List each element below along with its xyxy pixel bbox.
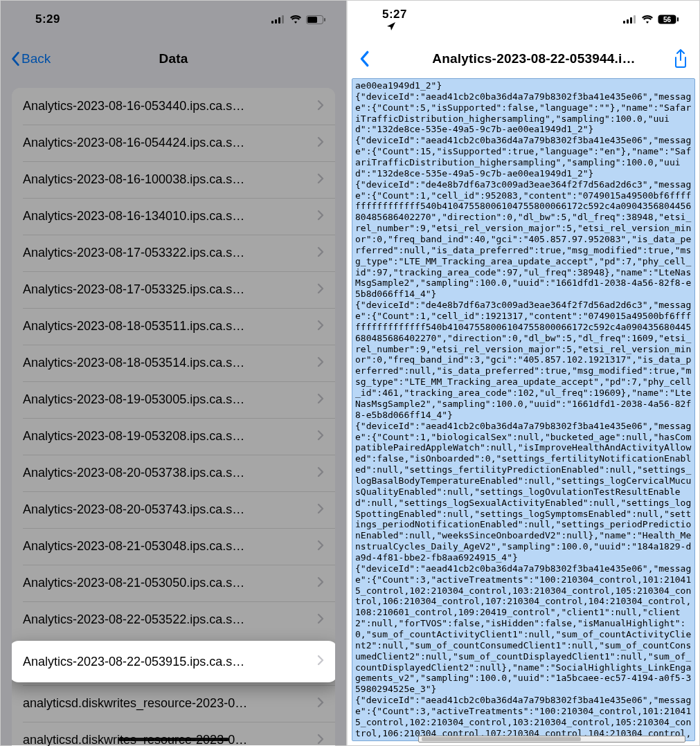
file-row-label: Analytics-2023-08-19-053208.ips.ca.s… <box>23 429 312 444</box>
svg-rect-8 <box>627 19 629 24</box>
nav-bar: Analytics-2023-08-22-053944.i… <box>348 38 699 80</box>
analytics-log-text[interactable]: ae00ea1949d1_2"} {"deviceId":"aead41cb2c… <box>352 78 695 741</box>
back-button[interactable]: Back <box>6 38 55 80</box>
status-time: 5:29 <box>35 12 60 26</box>
file-row-label: Analytics-2023-08-19-053005.ips.ca.s… <box>23 392 312 407</box>
file-row-label: Analytics-2023-08-16-053440.ips.ca.s… <box>23 99 312 113</box>
file-row-label: Analytics-2023-08-21-053050.ips.ca.s… <box>23 576 312 590</box>
right-screenshot: 5:27 56 Analytics-2023-08-22-053944.i… a <box>347 0 700 746</box>
file-row-label: Analytics-2023-08-18-053514.ips.ca.s… <box>23 356 312 370</box>
file-row-label: Analytics-2023-08-16-134010.ips.ca.s… <box>23 209 312 224</box>
cellular-signal-icon <box>271 15 285 24</box>
svg-rect-12 <box>677 17 679 21</box>
wifi-icon <box>641 15 654 24</box>
back-button[interactable] <box>355 38 374 80</box>
file-row[interactable]: Analytics-2023-08-16-100038.ips.ca.s… <box>12 161 335 198</box>
chevron-right-icon <box>317 100 324 113</box>
file-row[interactable]: Analytics-2023-08-16-053440.ips.ca.s… <box>12 88 335 125</box>
share-button[interactable] <box>673 38 688 80</box>
chevron-right-icon <box>317 173 324 187</box>
wifi-icon <box>289 15 302 24</box>
status-bar: 5:29 <box>1 1 346 38</box>
file-row[interactable]: Analytics-2023-08-16-134010.ips.ca.s… <box>12 198 335 235</box>
nav-bar: Back Data <box>1 38 346 80</box>
chevron-right-icon <box>317 393 324 407</box>
chevron-right-icon <box>317 576 324 590</box>
file-row[interactable]: Analytics-2023-08-21-053050.ips.ca.s… <box>12 565 335 601</box>
chevron-right-icon <box>317 246 324 260</box>
chevron-right-icon <box>317 503 324 517</box>
scrollbar-thumb[interactable] <box>422 737 582 741</box>
chevron-right-icon <box>317 734 324 747</box>
file-row[interactable]: Analytics-2023-08-18-053514.ips.ca.s… <box>12 345 335 381</box>
file-row[interactable]: Analytics-2023-08-18-053511.ips.ca.s… <box>12 308 335 345</box>
chevron-right-icon <box>317 540 324 554</box>
left-screenshot: 5:29 Back Data Analytics-2023-08-16-0534… <box>0 0 347 746</box>
file-row[interactable]: Analytics-2023-08-22-053522.ips.ca.s… <box>12 601 335 638</box>
file-row-label: Analytics-2023-08-20-053743.ips.ca.s… <box>23 502 312 517</box>
file-row-label: analyticsd.diskwrites_resource-2023-0… <box>23 696 312 711</box>
file-row[interactable]: Analytics-2023-08-22-053915.ips.ca.s… <box>12 641 335 682</box>
chevron-right-icon <box>317 697 324 711</box>
chevron-left-icon <box>359 51 370 67</box>
file-row-label: Analytics-2023-08-17-053322.ips.ca.s… <box>23 246 312 260</box>
chevron-right-icon <box>317 136 324 150</box>
file-row[interactable]: Analytics-2023-08-20-053743.ips.ca.s… <box>12 491 335 528</box>
chevron-right-icon <box>317 210 324 224</box>
cellular-signal-icon <box>623 15 637 24</box>
file-row-label: Analytics-2023-08-16-100038.ips.ca.s… <box>23 172 312 187</box>
battery-percent-label: 56 <box>658 15 676 24</box>
status-time: 5:27 <box>382 8 407 31</box>
svg-rect-9 <box>630 17 632 24</box>
file-row[interactable]: Analytics-2023-08-21-053048.ips.ca.s… <box>12 528 335 565</box>
file-row-label: Analytics-2023-08-18-053511.ips.ca.s… <box>23 319 312 334</box>
file-row-label: Analytics-2023-08-22-053522.ips.ca.s… <box>23 612 312 627</box>
chevron-right-icon <box>317 655 324 668</box>
file-row[interactable]: analyticsd.diskwrites_resource-2023-0… <box>12 685 335 722</box>
file-row-label: Analytics-2023-08-16-054424.ips.ca.s… <box>23 136 312 150</box>
file-row-label: Analytics-2023-08-20-053738.ips.ca.s… <box>23 466 312 480</box>
svg-rect-2 <box>278 17 280 24</box>
chevron-right-icon <box>317 283 324 297</box>
file-row[interactable]: Analytics-2023-08-19-053208.ips.ca.s… <box>12 418 335 455</box>
file-row[interactable]: Analytics-2023-08-19-053005.ips.ca.s… <box>12 381 335 418</box>
file-list[interactable]: Analytics-2023-08-16-053440.ips.ca.s…Ana… <box>1 80 346 746</box>
chevron-right-icon <box>317 356 324 370</box>
status-time-text: 5:27 <box>382 8 407 21</box>
share-icon <box>673 49 688 69</box>
svg-rect-7 <box>623 21 625 24</box>
file-row[interactable]: Analytics-2023-08-20-053738.ips.ca.s… <box>12 455 335 491</box>
back-label: Back <box>21 51 51 66</box>
file-row[interactable]: Analytics-2023-08-17-053325.ips.ca.s… <box>12 271 335 308</box>
svg-rect-0 <box>271 21 273 24</box>
file-row-label: Analytics-2023-08-17-053325.ips.ca.s… <box>23 282 312 297</box>
file-row[interactable]: analyticsd.diskwrites_resource-2023-0… <box>12 722 335 746</box>
chevron-right-icon <box>317 613 324 627</box>
file-row-label: Analytics-2023-08-21-053048.ips.ca.s… <box>23 539 312 554</box>
svg-rect-6 <box>324 18 325 21</box>
chevron-right-icon <box>317 466 324 480</box>
page-title: Data <box>159 51 188 66</box>
battery-icon <box>306 15 325 24</box>
chevron-right-icon <box>317 430 324 444</box>
file-row[interactable]: Analytics-2023-08-16-054424.ips.ca.s… <box>12 125 335 161</box>
svg-rect-1 <box>275 19 277 24</box>
horizontal-scrollbar[interactable] <box>418 736 685 743</box>
chevron-left-icon <box>10 51 20 66</box>
battery-icon: 56 <box>658 15 679 24</box>
file-row-label: Analytics-2023-08-22-053915.ips.ca.s… <box>23 655 312 669</box>
page-title: Analytics-2023-08-22-053944.i… <box>432 51 635 66</box>
svg-rect-10 <box>634 15 636 24</box>
chevron-right-icon <box>317 320 324 334</box>
svg-rect-3 <box>282 15 284 24</box>
file-row[interactable]: Analytics-2023-08-17-053322.ips.ca.s… <box>12 235 335 271</box>
svg-rect-5 <box>307 17 317 23</box>
home-indicator[interactable] <box>118 738 229 741</box>
status-bar: 5:27 56 <box>348 1 699 38</box>
location-arrow-icon <box>386 21 396 31</box>
